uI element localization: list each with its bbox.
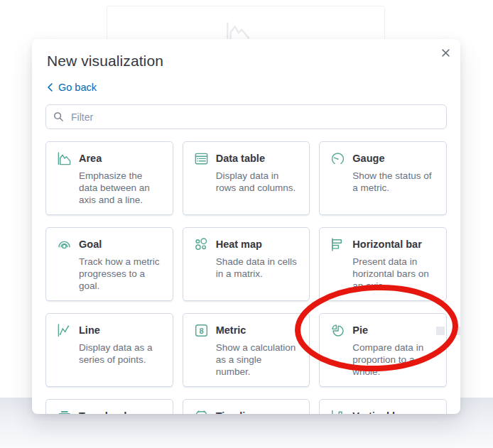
- vis-card-header: Heat map: [194, 236, 299, 252]
- vis-type-grid: AreaEmphasize the data between an axis a…: [45, 141, 447, 414]
- vis-card-title: Vertical bar: [352, 410, 408, 414]
- vis-card-description: Shade data in cells in a matrix.: [216, 256, 299, 280]
- vis-card-tag-cloud[interactable]: Tag cloudDisplay word frequency with fon…: [45, 399, 173, 414]
- vis-card-area[interactable]: AreaEmphasize the data between an axis a…: [45, 141, 173, 215]
- vis-card-gauge[interactable]: GaugeShow the status of a metric.: [319, 141, 447, 215]
- vis-card-header: Data table: [194, 151, 299, 166]
- area-icon: [57, 151, 72, 166]
- annotation-handle: [436, 327, 445, 335]
- tag-cloud-icon: [57, 409, 72, 415]
- filter-input[interactable]: [70, 111, 439, 124]
- vis-card-header: Area: [57, 151, 162, 166]
- vis-card-description: Display data in rows and columns.: [216, 170, 299, 194]
- modal-title: New visualization: [47, 53, 445, 68]
- page-background: New visualization Go back AreaEmphasize …: [0, 0, 493, 448]
- vis-card-line[interactable]: LineDisplay data as a series of points.: [45, 313, 173, 387]
- vis-card-title: Line: [79, 324, 100, 337]
- vis-card-data-table[interactable]: Data tableDisplay data in rows and colum…: [183, 141, 310, 215]
- annotation-handle: [455, 327, 460, 335]
- vis-card-description: Show the status of a metric.: [352, 170, 435, 194]
- vis-card-description: Display data as a series of points.: [79, 342, 162, 366]
- go-back-label: Go back: [58, 82, 97, 93]
- vis-card-description: Emphasize the data between an axis and a…: [79, 170, 162, 206]
- vis-card-pie[interactable]: PieCompare data in proportion to a whole…: [319, 313, 447, 387]
- chevron-left-icon: [47, 83, 53, 92]
- vis-card-title: Pie: [352, 324, 368, 337]
- new-visualization-modal: New visualization Go back AreaEmphasize …: [32, 39, 460, 414]
- heat-map-icon: [194, 237, 209, 252]
- vis-card-header: Pie: [330, 322, 435, 338]
- vis-card-title: Tag cloud: [79, 410, 126, 414]
- vis-card-vertical-bar[interactable]: Vertical barPresent data in vertical bar…: [319, 399, 447, 414]
- filter-field[interactable]: [45, 104, 447, 129]
- vis-card-heat-map[interactable]: Heat mapShade data in cells in a matrix.: [183, 227, 310, 301]
- close-icon: [442, 49, 450, 57]
- go-back-link[interactable]: Go back: [47, 82, 97, 93]
- vis-card-header: Line: [57, 322, 162, 338]
- vis-card-header: Tag cloud: [57, 408, 162, 414]
- metric-icon: 8: [194, 323, 209, 338]
- close-button[interactable]: [437, 44, 454, 61]
- vis-card-title: Horizontal bar: [352, 238, 421, 251]
- vis-card-header: Vertical bar: [330, 408, 435, 414]
- vis-card-description: Compare data in proportion to a whole.: [352, 342, 435, 378]
- horizontal-bar-icon: [330, 237, 345, 252]
- vis-card-header: Gauge: [330, 151, 435, 166]
- vis-card-title: Timelion: [216, 410, 258, 414]
- vis-card-description: Show a calculation as a single number.: [216, 342, 299, 378]
- search-icon: [53, 111, 64, 122]
- data-table-icon: [194, 151, 209, 166]
- gauge-icon: [330, 151, 345, 166]
- vis-card-header: 8Metric: [194, 322, 299, 338]
- goal-icon: [57, 237, 72, 252]
- vis-card-description: Present data in horizontal bars on an ax…: [352, 256, 435, 292]
- vis-card-description: Track how a metric progresses to a goal.: [79, 256, 162, 292]
- vis-card-horizontal-bar[interactable]: Horizontal barPresent data in horizontal…: [319, 227, 447, 301]
- line-icon: [57, 323, 72, 338]
- pie-icon: [330, 323, 345, 338]
- timelion-icon: [194, 409, 209, 415]
- vis-card-goal[interactable]: GoalTrack how a metric progresses to a g…: [45, 227, 173, 301]
- vis-card-header: Timelion: [194, 408, 299, 414]
- vis-card-title: Data table: [216, 152, 265, 165]
- vis-card-title: Metric: [216, 324, 246, 337]
- vis-card-title: Goal: [79, 238, 102, 251]
- vertical-bar-icon: [330, 409, 345, 415]
- vis-card-timelion[interactable]: TimelionShow time series data on a graph…: [183, 399, 310, 414]
- vis-card-title: Heat map: [216, 238, 262, 251]
- vis-card-header: Goal: [57, 236, 162, 252]
- svg-text:8: 8: [199, 326, 203, 334]
- vis-card-header: Horizontal bar: [330, 236, 435, 252]
- vis-card-title: Gauge: [352, 152, 384, 165]
- vis-card-title: Area: [79, 152, 102, 165]
- vis-card-metric[interactable]: 8MetricShow a calculation as a single nu…: [183, 313, 310, 387]
